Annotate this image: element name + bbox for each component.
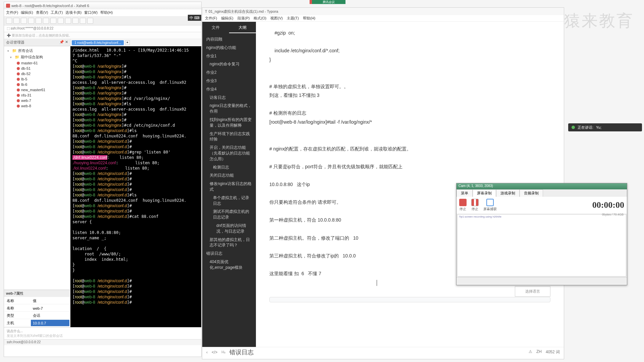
outline-item[interactable]: nginx的核心功能 <box>203 44 255 52</box>
toolbar-icon[interactable] <box>80 18 86 24</box>
outline-item[interactable]: 找到nginx所有的内置变量，以及作用解释 <box>203 116 255 130</box>
session-item[interactable]: lb-6 <box>5 82 69 87</box>
code-line: # nginx的配置，存在虚拟主机的匹配，匹配到谁，就读取谁的配置。 <box>269 144 550 154</box>
outline-item[interactable]: 测试不同虚拟主机的日志记录 <box>203 207 255 222</box>
menu-view[interactable]: 查看(V) <box>36 10 48 15</box>
session-item[interactable]: db-52 <box>5 71 69 76</box>
word-count[interactable]: 4052 词 <box>546 349 560 355</box>
outline-item[interactable]: 生产环境下的日志实践经验 <box>203 130 255 144</box>
ty-menu-view[interactable]: 视图(V) <box>270 16 283 21</box>
language-selector[interactable]: 选择语言 <box>515 286 550 297</box>
nav-back-icon[interactable]: ‹ <box>206 350 208 355</box>
outline-item[interactable]: 作业1 <box>203 52 255 60</box>
toolbar-icon[interactable] <box>13 18 19 24</box>
ime-indicator[interactable]: 中 ⌨ <box>188 15 201 21</box>
xshell-input-area[interactable]: 说点什么... 发送文本到当前Xshell窗口的全部会话 <box>4 327 201 339</box>
menu-tab[interactable]: 选项卡(B) <box>65 10 82 15</box>
toolbar-icon[interactable] <box>65 18 71 24</box>
outline-item[interactable]: 开启，关闭日志功能（先看默认的日志功能怎么用） <box>203 143 255 163</box>
ty-menu-help[interactable]: 帮助(H) <box>303 16 315 21</box>
outline-item[interactable]: 检测日志 <box>203 163 255 172</box>
toolbar-icon[interactable] <box>21 18 27 24</box>
session-item[interactable]: new_master61 <box>5 87 69 93</box>
menu-tools[interactable]: 工具(T) <box>51 10 63 15</box>
capture-button[interactable]: 屏幕捕获 <box>483 199 497 212</box>
props-title: web-7属性 <box>4 290 70 297</box>
session-item[interactable]: nfs-31 <box>5 93 69 98</box>
ty-menu-para[interactable]: 段落(P) <box>237 16 250 21</box>
props-table: 名称值 名称web-7 类型会话 主机10.0.0.7 <box>4 297 70 327</box>
source-mode-icon[interactable]: </> <box>212 350 217 355</box>
ocam-tab-game[interactable]: 游戏录制 <box>496 189 520 197</box>
session-manager-panel: 会话管理器 📌 ✕ 📁 所有会话 📁 期中综合架构 master-61 db-5… <box>4 39 70 327</box>
tab-outline[interactable]: 大纲 <box>229 22 256 33</box>
menu-file[interactable]: 文件(F) <box>6 10 18 15</box>
toolbar-icon[interactable] <box>50 18 56 24</box>
toolbar-icon[interactable] <box>36 18 42 24</box>
toolbar-icon[interactable] <box>87 18 93 24</box>
outline-item[interactable]: nginx的命令复习 <box>203 60 255 68</box>
toolbar-icon[interactable] <box>58 18 64 24</box>
ocam-tab-audio[interactable]: 音频录制 <box>520 189 543 197</box>
session-item[interactable]: web-7 <box>5 98 69 103</box>
outline-item[interactable]: 单个虚拟主机，记录日志 <box>203 194 255 208</box>
code-line: include /etc/nginx/conf.d/*.conf; <box>269 46 550 55</box>
outline-item[interactable]: 关闭日志功能 <box>203 171 255 180</box>
terminal-output[interactable]: /index.html 10.0.0.1 - - [19/May/2022:14… <box>70 46 201 327</box>
outline-item[interactable]: 错误日志 <box>203 249 255 258</box>
outline-item[interactable]: 访客日志 <box>203 94 255 102</box>
session-item[interactable]: lb-5 <box>5 76 69 82</box>
spellcheck-lang[interactable]: ZH <box>536 349 542 355</box>
menu-help[interactable]: 帮助(H) <box>100 10 113 15</box>
outline-item[interactable]: 404页面优化,error_page模块 <box>203 258 255 272</box>
ty-menu-edit[interactable]: 编辑(E) <box>221 16 233 21</box>
xshell-titlebar[interactable]: web-8 - root@web-8:/etc/nginx/conf.d - X… <box>4 2 201 9</box>
terminal-tab[interactable]: 1 root@web-8:/etc/nginx/conf... <box>72 40 124 45</box>
menu-edit[interactable]: 编辑(E) <box>21 10 33 15</box>
tree-root[interactable]: 📁 所有会话 <box>5 48 69 54</box>
xshell-statusbar: ssh://root@10.0.0.8:22 <box>4 339 201 345</box>
code-line: 到这，看懂扣 1不懂扣 3 <box>269 91 550 100</box>
session-item[interactable]: web-8 <box>5 103 69 109</box>
outline-item[interactable]: 作业4 <box>203 85 255 94</box>
warning-icon[interactable]: ⚠ <box>529 349 532 355</box>
session-tree: 📁 所有会话 📁 期中综合架构 master-61 db-51 db-52 lb… <box>4 46 70 290</box>
xshell-addressbar[interactable]: ⬚ ssh://root:******@10.0.0.8:22 <box>4 25 201 32</box>
code-fence-input[interactable] <box>269 297 550 302</box>
pause-button[interactable]: 停止 <box>471 199 479 212</box>
new-tab-button[interactable]: + <box>125 40 130 45</box>
ty-menu-file[interactable]: 文件(F) <box>205 16 217 21</box>
toolbar-icon[interactable] <box>72 18 78 24</box>
ocam-tab-screen[interactable]: 屏幕录制 <box>473 189 496 197</box>
panel-controls[interactable]: 📌 ✕ <box>59 40 68 45</box>
toolbar-icon[interactable] <box>6 18 12 24</box>
recording-time: 00:00:00 <box>592 200 624 210</box>
outline-item[interactable]: 那其他的虚拟主机，日志不记录了吗？ <box>203 236 255 250</box>
tencent-meeting-bar[interactable]: 腾讯会议 <box>312 0 345 4</box>
toolbar-icon[interactable] <box>28 18 34 24</box>
outline-item[interactable]: 修改nginx访客日志的格式 <box>203 180 255 194</box>
code-line: [root@web-8 /var/log/nginx]#tail -f /var… <box>269 118 550 127</box>
outline-item[interactable]: 内容回顾 <box>203 35 255 44</box>
outline-item[interactable]: 作业3 <box>203 77 255 85</box>
outline-item[interactable]: nginx日志变量的格式，作用 <box>203 102 255 116</box>
code-line: } <box>269 55 550 64</box>
xshell-app-icon <box>6 4 10 8</box>
session-item[interactable]: db-51 <box>5 66 69 71</box>
tree-folder[interactable]: 📁 期中综合架构 <box>5 54 69 60</box>
outline-item[interactable]: 作业2 <box>203 68 255 77</box>
ocam-titlebar[interactable]: Cam (4, 1, 3833, 2083) <box>457 183 627 189</box>
ty-menu-theme[interactable]: 主题(T) <box>287 16 299 21</box>
outline-item[interactable]: dnf页面的访问情况，与日志记录 <box>203 222 255 236</box>
tab-file[interactable]: 文件 <box>202 22 229 33</box>
typora-titlebar[interactable]: T 01_nginx虚拟主机综合实战(1).md - Typora <box>202 8 564 15</box>
sidebar-tabs: 文件 大纲 <box>202 22 256 33</box>
toolbar-icon[interactable] <box>43 18 49 24</box>
ocam-window[interactable]: Cam (4, 1, 3833, 2083) 菜单 屏幕录制 游戏录制 音频录制… <box>456 183 627 285</box>
session-item[interactable]: master-61 <box>5 60 69 66</box>
ty-menu-format[interactable]: 格式(O) <box>254 16 266 21</box>
code-line: # 检测所有的日志 <box>269 109 550 118</box>
menu-window[interactable]: 窗口(W) <box>84 10 98 15</box>
ocam-tab-menu[interactable]: 菜单 <box>457 189 473 197</box>
stop-button[interactable]: 停止 <box>459 199 467 212</box>
